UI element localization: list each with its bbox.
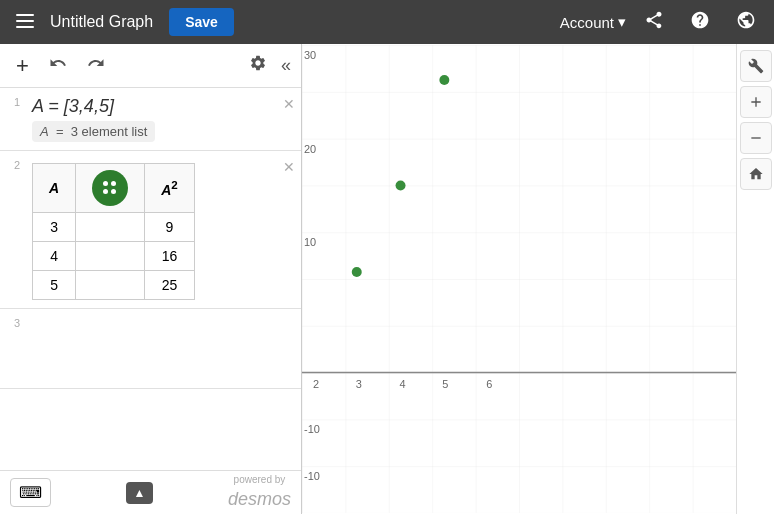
left-footer: ⌨ ▲ powered by desmos: [0, 470, 301, 514]
expression-3: 3: [0, 309, 301, 389]
col-header-A: A: [33, 164, 76, 213]
expand-button[interactable]: ▲: [126, 482, 154, 504]
graph-grid: 2 3 4 5 6 30 20 10 -10 -10: [302, 44, 736, 514]
table-row-1: 3 9: [33, 213, 195, 242]
data-point-5-25: [439, 75, 449, 85]
save-button[interactable]: Save: [169, 8, 234, 36]
col-header-color[interactable]: [76, 164, 145, 213]
svg-text:4: 4: [400, 378, 406, 390]
svg-rect-1: [16, 20, 34, 22]
data-table: A: [32, 163, 195, 300]
expr-content-3[interactable]: [24, 309, 301, 325]
expr-number-2: 2: [0, 151, 24, 179]
globe-button[interactable]: [728, 6, 764, 39]
data-point-4-16: [396, 180, 406, 190]
graph-area[interactable]: 2 3 4 5 6 30 20 10 -10 -10: [302, 44, 736, 514]
cell-A2-2: 16: [145, 242, 195, 271]
svg-text:30: 30: [304, 49, 316, 61]
expr-hint-1: A = 3 element list: [32, 121, 155, 142]
settings-button[interactable]: [243, 50, 273, 81]
data-point-3-9: [352, 267, 362, 277]
expr-content-1[interactable]: A = [3,4,5] A = 3 element list: [24, 88, 301, 150]
col-header-A2: A2: [145, 164, 195, 213]
main-area: + « 1 A = [3,4,5] A = 3 element lis: [0, 44, 774, 514]
keyboard-button[interactable]: ⌨: [10, 478, 51, 507]
redo-button[interactable]: [81, 50, 111, 81]
svg-text:5: 5: [442, 378, 448, 390]
cell-A2-3: 25: [145, 271, 195, 300]
app-title: Untitled Graph: [50, 13, 153, 31]
color-picker-button[interactable]: [92, 170, 128, 206]
wrench-button[interactable]: [740, 50, 772, 82]
expression-2: 2 A: [0, 151, 301, 309]
cell-dot-2: [76, 242, 145, 271]
help-button[interactable]: [682, 6, 718, 39]
cell-A-1: 3: [33, 213, 76, 242]
zoom-out-button[interactable]: [740, 122, 772, 154]
table-content-2[interactable]: A: [24, 151, 283, 308]
cell-A-3: 5: [33, 271, 76, 300]
home-button[interactable]: [740, 158, 772, 190]
svg-text:20: 20: [304, 143, 316, 155]
share-button[interactable]: [636, 6, 672, 39]
right-toolbar: [736, 44, 774, 514]
expr-close-1[interactable]: ✕: [283, 96, 295, 112]
left-panel: + « 1 A = [3,4,5] A = 3 element lis: [0, 44, 302, 514]
cell-A-2: 4: [33, 242, 76, 271]
hamburger-button[interactable]: [10, 8, 40, 37]
expr-number-1: 1: [0, 88, 24, 116]
expr-number-3: 3: [0, 309, 24, 337]
undo-button[interactable]: [43, 50, 73, 81]
expression-toolbar: + «: [0, 44, 301, 88]
desmos-logo: powered by desmos: [228, 473, 291, 512]
svg-text:2: 2: [313, 378, 319, 390]
svg-text:-10: -10: [304, 423, 320, 435]
svg-rect-2: [16, 26, 34, 28]
zoom-in-button[interactable]: [740, 86, 772, 118]
svg-rect-4: [302, 45, 736, 513]
add-expression-button[interactable]: +: [10, 49, 35, 83]
svg-text:6: 6: [486, 378, 492, 390]
account-button[interactable]: Account ▾: [560, 13, 626, 31]
svg-rect-0: [16, 14, 34, 16]
cell-dot-1: [76, 213, 145, 242]
header: Untitled Graph Save Account ▾: [0, 0, 774, 44]
svg-text:10: 10: [304, 236, 316, 248]
expression-1: 1 A = [3,4,5] A = 3 element list ✕: [0, 88, 301, 151]
svg-text:3: 3: [356, 378, 362, 390]
cell-A2-1: 9: [145, 213, 195, 242]
expr-math-1: A = [3,4,5]: [32, 96, 277, 117]
table-row-2: 4 16: [33, 242, 195, 271]
collapse-panel-button[interactable]: «: [281, 55, 291, 76]
expressions-list: 1 A = [3,4,5] A = 3 element list ✕ 2: [0, 88, 301, 470]
cell-dot-3: [76, 271, 145, 300]
expr-close-2[interactable]: ✕: [283, 159, 295, 175]
table-row-3: 5 25: [33, 271, 195, 300]
svg-text:-10: -10: [304, 470, 320, 482]
